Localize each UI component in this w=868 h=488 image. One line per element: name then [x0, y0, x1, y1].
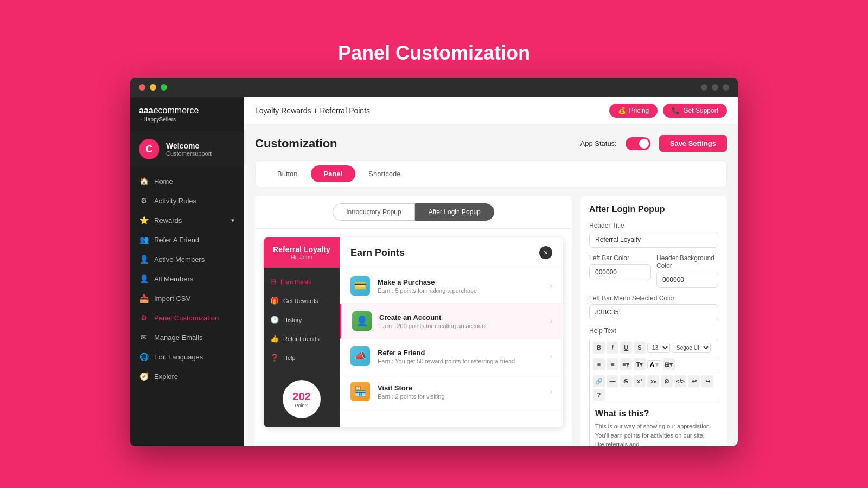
referral-nav: ⊞ Earn Points 🎁 Get Rewards 🕐 — [264, 268, 340, 371]
font-size-select[interactable]: 13 11 14 16 — [647, 343, 670, 353]
referral-nav-get-rewards[interactable]: 🎁 Get Rewards — [264, 291, 340, 310]
toolbar-text-format[interactable]: T▾ — [634, 358, 646, 370]
sidebar-label-manage-emails: Manage Emails — [154, 333, 203, 342]
tab-panel[interactable]: Panel — [311, 165, 356, 182]
account-icon: 👤 — [352, 311, 372, 331]
left-bar-color-label: Left Bar Color — [589, 254, 651, 262]
activity-rules-icon: ⚙ — [139, 196, 149, 206]
toolbar-help[interactable]: ? — [593, 389, 605, 401]
font-family-select[interactable]: Segoe UI Arial — [672, 343, 711, 353]
home-icon: 🏠 — [139, 176, 149, 186]
toolbar-list-unordered[interactable]: ≡ — [593, 358, 605, 370]
sidebar-item-activity-rules[interactable]: ⚙ Activity Rules — [130, 191, 244, 210]
header-bg-color-label: Header Background Color — [656, 254, 718, 269]
rewards-chevron: ▼ — [230, 217, 235, 223]
earn-item-referral[interactable]: 📣 Refer a Friend Earn : You get 50 rewar… — [340, 339, 563, 374]
sidebar: aaaecommerce ~ HappySellers C Welcome Cu… — [130, 97, 244, 446]
toolbar-redo[interactable]: ↪ — [701, 375, 713, 387]
earn-points-title: Earn Points — [350, 247, 405, 259]
refer-friend-icon: 👥 — [139, 235, 149, 245]
referral-name: Refer a Friend — [378, 349, 542, 357]
refer-friends-nav-label: Refer Friends — [283, 336, 320, 342]
left-bar-menu-input[interactable] — [589, 304, 718, 320]
toolbar-superscript[interactable]: x² — [634, 375, 646, 387]
toolbar-font-color[interactable]: A ▾ — [647, 360, 661, 369]
browser-dot-green[interactable] — [161, 84, 167, 91]
refer-friends-nav-icon: 👍 — [270, 335, 279, 343]
toolbar-italic[interactable]: I — [607, 342, 618, 354]
intro-popup-btn[interactable]: Introductory Popup — [333, 203, 414, 221]
sidebar-item-import-csv[interactable]: 📥 Import CSV — [130, 288, 244, 308]
sidebar-label-panel-customization: Panel Customization — [154, 314, 219, 322]
referral-nav-history[interactable]: 🕐 History — [264, 310, 340, 329]
toolbar-table[interactable]: ⊞▾ — [663, 358, 675, 370]
header-title-input[interactable] — [589, 232, 718, 248]
sidebar-item-panel-customization[interactable]: ⚙ Panel Customization — [130, 308, 244, 328]
toolbar-remove-format[interactable]: Ø — [661, 375, 673, 387]
sidebar-label-rewards: Rewards — [154, 216, 182, 224]
tab-shortcode[interactable]: Shortcode — [355, 165, 413, 182]
purchase-info: Make a Purchase Earn : 5 points for maki… — [378, 278, 542, 294]
toolbar-subscript[interactable]: x₂ — [647, 375, 659, 387]
toolbar-strike[interactable]: S — [634, 342, 646, 354]
user-name: Customersupport — [166, 150, 212, 157]
toolbar-list-ordered[interactable]: ≡ — [607, 358, 618, 370]
purchase-icon: 💳 — [350, 276, 370, 296]
import-csv-icon: 📥 — [139, 293, 149, 303]
top-bar-actions: 💰 Pricing 📞 Get Support — [609, 104, 727, 118]
referral-nav-refer-friends[interactable]: 👍 Refer Friends — [264, 329, 340, 348]
browser-dot-3 — [723, 84, 729, 91]
save-settings-button[interactable]: Save Settings — [659, 135, 727, 152]
customization-header: Customization App Status: Save Settings — [255, 135, 727, 152]
sidebar-item-all-members[interactable]: 👤 All Members — [130, 269, 244, 288]
toolbar-undo[interactable]: ↩ — [688, 375, 700, 387]
sidebar-nav: 🏠 Home ⚙ Activity Rules ⭐ Rewards ▼ 👥 Re… — [130, 167, 244, 390]
sidebar-item-home[interactable]: 🏠 Home — [130, 171, 244, 191]
main-content: Loyalty Rewards + Referral Points 💰 Pric… — [244, 97, 738, 446]
popup-toggle-row: Introductory Popup After Login Popup — [255, 196, 572, 229]
tabs-row: Button Panel Shortcode — [255, 160, 727, 187]
toolbar-bold[interactable]: B — [593, 342, 605, 354]
referral-panel-container: Referral Loyalty Hi, John ⊞ Earn Points — [264, 237, 563, 427]
support-icon: 📞 — [672, 107, 680, 114]
purchase-arrow: › — [550, 281, 552, 291]
account-desc: Earn : 200 points for creating an accoun… — [379, 323, 542, 329]
toolbar-link[interactable]: 🔗 — [593, 375, 605, 387]
sidebar-item-manage-emails[interactable]: ✉ Manage Emails — [130, 328, 244, 347]
header-bg-color-input[interactable] — [656, 272, 718, 288]
browser-dot-yellow[interactable] — [150, 84, 156, 91]
sidebar-item-rewards[interactable]: ⭐ Rewards ▼ — [130, 210, 244, 230]
earn-item-account[interactable]: 👤 Create an Account Earn : 200 points fo… — [340, 304, 563, 339]
edit-languages-icon: 🌐 — [139, 352, 149, 362]
sidebar-item-refer-friend[interactable]: 👥 Refer A Friend — [130, 230, 244, 249]
toolbar-strikethrough[interactable]: S̶ — [620, 375, 632, 387]
explore-icon: 🧭 — [139, 371, 149, 381]
support-button[interactable]: 📞 Get Support — [663, 104, 727, 118]
sidebar-item-explore[interactable]: 🧭 Explore — [130, 367, 244, 386]
referral-nav-help[interactable]: ❓ Help — [264, 348, 340, 367]
tab-button[interactable]: Button — [264, 165, 311, 182]
toolbar-hr[interactable]: — — [607, 375, 618, 387]
sidebar-item-edit-languages[interactable]: 🌐 Edit Languages — [130, 347, 244, 367]
referral-nav-earn-points[interactable]: ⊞ Earn Points — [264, 272, 340, 291]
earn-item-purchase[interactable]: 💳 Make a Purchase Earn : 5 points for ma… — [340, 268, 563, 304]
pricing-button[interactable]: 💰 Pricing — [609, 104, 658, 118]
earn-item-visit[interactable]: 🏪 Visit Store Earn : 2 points for visiti… — [340, 374, 563, 409]
toolbar-code[interactable]: </> — [674, 375, 686, 387]
referral-desc: Earn : You get 50 reward points for refe… — [378, 358, 542, 364]
top-bar-title: Loyalty Rewards + Referral Points — [255, 106, 370, 115]
left-bar-color-input[interactable] — [589, 264, 651, 280]
toolbar-underline[interactable]: U — [620, 342, 632, 354]
close-button[interactable]: × — [539, 246, 552, 259]
sidebar-label-edit-languages: Edit Languages — [154, 353, 203, 361]
editor-area[interactable]: What is this? This is our way of showing… — [590, 403, 718, 446]
logo-sub: ~ HappySellers — [139, 117, 235, 123]
help-text-label: Help Text — [589, 327, 718, 335]
app-status-toggle[interactable] — [626, 137, 650, 150]
after-login-popup-btn[interactable]: After Login Popup — [415, 203, 494, 221]
browser-dot-red[interactable] — [139, 84, 145, 91]
toolbar-align[interactable]: ≡▾ — [620, 358, 632, 370]
history-nav-icon: 🕐 — [270, 316, 279, 324]
sidebar-label-explore: Explore — [154, 373, 178, 381]
sidebar-item-active-members[interactable]: 👤 Active Members — [130, 249, 244, 269]
